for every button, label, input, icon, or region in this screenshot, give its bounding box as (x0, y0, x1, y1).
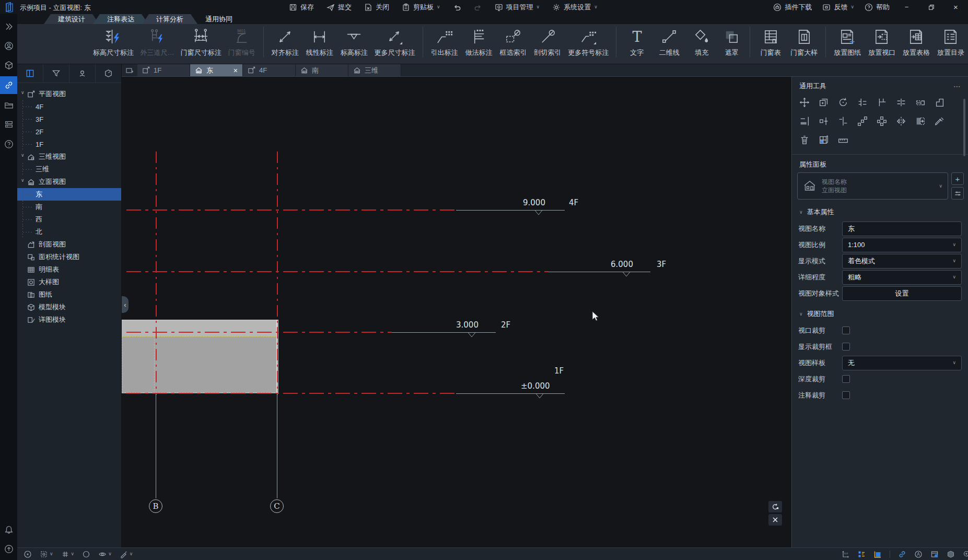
more-options-icon[interactable]: ⋯ (953, 82, 961, 90)
filter-button[interactable] (43, 64, 69, 83)
stretch-tool[interactable] (912, 95, 929, 110)
view-template-select[interactable]: 无∨ (842, 356, 962, 370)
array-path-tool[interactable] (854, 113, 871, 129)
link-panel-button[interactable] (0, 76, 17, 94)
close-doc-button[interactable]: 关闭 (364, 3, 389, 12)
chevron-down-icon[interactable]: ∨ (21, 178, 25, 183)
layout-list-button[interactable] (857, 550, 866, 558)
tree-item[interactable]: ∨ 三维视图 (17, 150, 121, 163)
collapse-tree-handle[interactable]: ‹ (122, 296, 129, 313)
place-toc-button[interactable]: 放置目录 (934, 27, 968, 57)
chevron-down-icon[interactable]: ∨ (799, 312, 803, 317)
save-button[interactable]: 保存 (289, 3, 314, 12)
tree-item[interactable]: 模型模块 (17, 301, 121, 313)
tree-item[interactable]: 4F (17, 100, 121, 113)
tree-item[interactable]: 大样图 (17, 276, 121, 288)
mask-button[interactable]: 遮罩 (718, 27, 750, 57)
tree-item[interactable]: 详图模块 (17, 313, 121, 326)
add-property-set-button[interactable]: + (951, 172, 964, 185)
tree-item[interactable]: 三维 (17, 163, 121, 176)
tree-item[interactable]: ∨ 立面视图 (17, 176, 121, 188)
visibility-button[interactable]: ∨ (98, 550, 112, 558)
system-settings-button[interactable]: 系统设置 ∨ (552, 3, 598, 12)
submit-button[interactable]: 提交 (326, 3, 352, 12)
profile-edit-tool[interactable] (931, 95, 948, 110)
chevron-down-icon[interactable]: ∨ (21, 90, 25, 95)
undo-button[interactable] (453, 3, 461, 11)
annotation-crop-checkbox[interactable] (842, 391, 850, 399)
reset-view-button[interactable] (768, 501, 782, 512)
tree-item[interactable]: 东 (17, 188, 121, 201)
tree-item[interactable]: 北 (17, 226, 121, 238)
view-type-selector[interactable]: 视图名称 立面视图 ∨ (797, 172, 948, 200)
close-button[interactable]: × (943, 0, 968, 14)
notifications-button[interactable] (0, 521, 17, 538)
view-name-input[interactable]: 东 (842, 221, 962, 236)
switch-view-button[interactable] (122, 64, 137, 76)
outer-three-dimension-button[interactable]: 外三道尺… (137, 27, 178, 57)
snap-settings-button[interactable]: ∨ (40, 550, 53, 558)
feedback-button[interactable]: 反馈 ∨ (822, 3, 854, 12)
move-tool[interactable] (796, 95, 813, 110)
detail-level-select[interactable]: 粗略∨ (842, 270, 962, 285)
clipboard-button[interactable]: 剪贴板 ∨ (402, 3, 440, 12)
tree-item[interactable]: 南 (17, 201, 121, 213)
tab-4f[interactable]: 4F (243, 64, 296, 76)
model-browser-button[interactable] (96, 64, 121, 83)
box-index-button[interactable]: 框选索引 (496, 27, 530, 57)
text-button[interactable]: 文字 (621, 27, 653, 57)
window-detail-button[interactable]: 门窗大样 (787, 27, 826, 57)
fill-button[interactable]: 填充 (685, 27, 718, 57)
window-schedule-button[interactable]: 门窗表 (754, 27, 787, 57)
chevron-down-icon[interactable]: ∨ (21, 153, 25, 158)
aligned-dimension-button[interactable]: 对齐标注 (268, 27, 302, 57)
ucs-origin-button[interactable] (841, 550, 849, 558)
copy-tool[interactable] (815, 95, 832, 110)
depth-crop-checkbox[interactable] (842, 375, 850, 383)
object-snap-button[interactable] (24, 550, 32, 558)
more-dimension-button[interactable]: 更多尺寸标注 (371, 27, 423, 57)
object-style-settings-button[interactable]: 设置 (842, 286, 962, 301)
tree-item[interactable]: 1F (17, 138, 121, 150)
ribbon-tab-annotation[interactable]: 注释表达 (93, 14, 148, 24)
tab-south[interactable]: 南 (296, 64, 348, 76)
viewport-crop-checkbox[interactable] (842, 326, 850, 334)
split-tool[interactable] (893, 95, 909, 110)
annotation-scale-button[interactable] (914, 550, 923, 558)
leader-annotation-button[interactable]: 引出标注 (427, 27, 462, 57)
method-annotation-button[interactable]: 做法标注 (461, 27, 496, 57)
section-index-button[interactable]: 剖切索引 (530, 27, 565, 57)
place-viewport-button[interactable]: 放置视口 (865, 27, 899, 57)
trim-extend-tool[interactable] (854, 95, 871, 110)
linear-dimension-button[interactable]: 线性标注 (302, 27, 337, 57)
locate-button[interactable] (69, 64, 96, 83)
tab-east[interactable]: 东 × (190, 64, 243, 76)
filter-property-button[interactable] (951, 187, 964, 200)
line2d-button[interactable]: 二维线 (653, 27, 685, 57)
tree-item[interactable]: 剖面视图 (17, 238, 121, 251)
tree-item[interactable]: 西 (17, 213, 121, 226)
link-status-button[interactable] (898, 550, 906, 558)
window-number-button[interactable]: 门窗编号 (225, 27, 264, 57)
panel-layout-button[interactable] (17, 64, 43, 83)
place-table-button[interactable]: 放置表格 (899, 27, 934, 57)
back-to-top-button[interactable] (0, 541, 17, 557)
tree-item[interactable]: 明细表 (17, 263, 121, 276)
tree-item[interactable]: 2F (17, 125, 121, 138)
tab-3d[interactable]: 三维 (348, 64, 401, 76)
zoom-extents-button[interactable] (963, 550, 968, 558)
project-manage-button[interactable]: 项目管理 ∨ (495, 3, 540, 12)
tab-1f[interactable]: 1F (137, 64, 190, 76)
expand-sidebar-button[interactable] (0, 18, 17, 34)
level-dimension-button[interactable]: 标高尺寸标注 (90, 27, 137, 57)
display-mode-select[interactable]: 着色模式∨ (842, 254, 962, 269)
selection-cycle-button[interactable] (82, 550, 90, 558)
close-overlay-button[interactable] (768, 514, 782, 526)
tree-item[interactable]: ∨ 平面视图 (17, 88, 121, 100)
ribbon-tab-architecture[interactable]: 建筑设计 (44, 14, 99, 24)
align-edge-tool[interactable] (835, 113, 852, 129)
view-scale-select[interactable]: 1:100∨ (842, 238, 962, 252)
list-panel-button[interactable] (0, 116, 17, 133)
redo-button[interactable] (474, 3, 482, 11)
model-viewer-button[interactable] (0, 57, 17, 73)
